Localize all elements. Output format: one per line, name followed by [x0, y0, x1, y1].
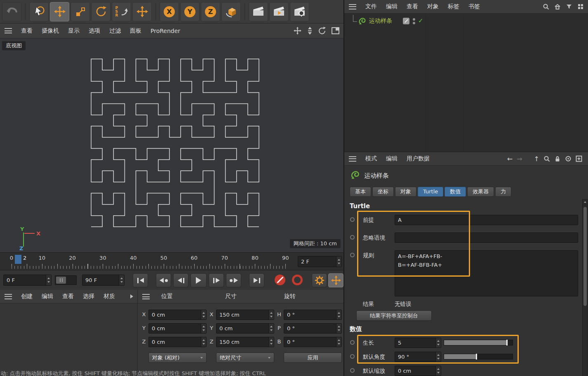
attr-menu-edit[interactable]: 编辑	[381, 155, 402, 162]
keyframe-circle-icon[interactable]	[350, 368, 355, 373]
tab-coordinates[interactable]: 坐标	[372, 187, 394, 197]
attr-menu-mode[interactable]: 模式	[361, 155, 381, 162]
edit-toggle-icon[interactable]	[403, 18, 409, 24]
result-to-console-button[interactable]: 结果字符串至控制台	[356, 310, 432, 321]
current-frame-marker[interactable]	[15, 255, 21, 264]
size-x-input[interactable]: 150 cm	[216, 310, 274, 320]
menu-select[interactable]: 选择	[78, 293, 99, 300]
keyframe-settings-button[interactable]	[312, 273, 327, 287]
render-view-button[interactable]	[249, 2, 268, 21]
default-scale-input[interactable]: 0 cm	[395, 366, 441, 376]
keyframe-circle-icon[interactable]	[350, 253, 355, 257]
om-menu-bookmarks[interactable]: 书签	[464, 3, 485, 10]
psr-tool-button[interactable]: PSR	[112, 2, 131, 21]
coordinate-mode-dropdown[interactable]: 对象 (相对)	[148, 352, 207, 363]
coordinate-system-button[interactable]	[221, 2, 241, 21]
scrollbar-thumb[interactable]	[583, 207, 587, 306]
goto-end-button[interactable]	[249, 273, 264, 287]
default-angle-slider[interactable]	[444, 354, 513, 360]
scale-spinner-icon[interactable]	[435, 366, 441, 376]
menu-overflow-icon[interactable]	[130, 294, 133, 298]
pos-x-input[interactable]: 0 cm	[148, 310, 207, 320]
size-y-input[interactable]: 0 cm	[216, 323, 274, 334]
search-icon[interactable]	[543, 155, 550, 162]
object-manager-hamburger-icon[interactable]	[349, 4, 356, 9]
viewport-menu-prorender[interactable]: ProRender	[146, 28, 185, 34]
menu-view[interactable]: 查看	[58, 293, 78, 300]
object-row[interactable]: 运动样条 ✓	[344, 16, 588, 27]
menu-material[interactable]: 材质	[99, 293, 120, 300]
growth-spinner-icon[interactable]	[435, 338, 441, 348]
materials-menu-hamburger-icon[interactable]	[5, 294, 12, 299]
timeline-zoom-slider[interactable]	[55, 275, 77, 285]
add-panel-icon[interactable]	[576, 155, 582, 162]
growth-input[interactable]: 5	[395, 338, 441, 348]
search-icon[interactable]	[543, 3, 549, 10]
home-icon[interactable]	[554, 3, 561, 10]
pos-y-input[interactable]: 0 cm	[148, 323, 207, 334]
tab-turtle[interactable]: Turtle	[418, 187, 443, 197]
filter-funnel-icon[interactable]	[566, 3, 572, 10]
render-settings-button[interactable]	[290, 2, 309, 21]
layout-grid-icon[interactable]	[577, 3, 584, 10]
previous-frame-button[interactable]	[173, 273, 188, 287]
rules-textarea[interactable]: A=-BF+AFA+FB- B=+AF-BFB-FA+	[395, 250, 578, 296]
viewport[interactable]: Y X Z 底视图 网格间距 : 10 cm	[0, 38, 343, 252]
autokey-button[interactable]	[292, 275, 303, 285]
premise-input[interactable]: A	[395, 215, 578, 225]
keyframe-circle-icon[interactable]	[350, 340, 355, 345]
apply-button[interactable]: 应用	[284, 352, 342, 363]
tab-basic[interactable]: 基本	[350, 187, 371, 197]
undo-button[interactable]	[2, 2, 21, 21]
next-frame-button[interactable]	[209, 273, 224, 287]
previous-key-button[interactable]	[156, 273, 171, 287]
tab-values[interactable]: 数值	[445, 187, 466, 197]
axis-lock-z-button[interactable]: Z	[201, 2, 220, 21]
next-key-button[interactable]	[226, 273, 241, 287]
tab-effectors[interactable]: 效果器	[467, 187, 494, 197]
om-menu-edit[interactable]: 编辑	[381, 3, 402, 10]
forward-arrow-icon[interactable]: →	[517, 155, 522, 163]
move-tool-button[interactable]	[50, 2, 69, 21]
back-arrow-icon[interactable]: ←	[507, 155, 513, 163]
zoom-slider-handle[interactable]	[56, 277, 66, 284]
range-end-spinner-icon[interactable]	[119, 275, 124, 285]
focus-target-icon[interactable]	[565, 155, 572, 162]
timeline-ruler[interactable]: 0102030405060708090 2 2 F	[0, 252, 343, 270]
viewport-menu-filter[interactable]: 过滤	[105, 27, 125, 35]
viewport-menu-options[interactable]: 选项	[84, 27, 105, 35]
rotate-tool-button[interactable]	[91, 2, 111, 21]
viewport-menu-hamburger-icon[interactable]	[5, 28, 12, 33]
viewport-rotate-icon[interactable]	[318, 27, 326, 35]
rot-h-input[interactable]: 0 °	[284, 310, 342, 320]
axis-lock-y-button[interactable]: Y	[180, 2, 200, 21]
ignore-context-input[interactable]	[395, 233, 578, 243]
om-menu-tags[interactable]: 标签	[443, 3, 464, 10]
om-menu-file[interactable]: 文件	[361, 3, 381, 10]
object-name[interactable]: 运动样条	[369, 17, 392, 25]
default-angle-input[interactable]: 90 °	[395, 352, 441, 362]
keyframe-circle-icon[interactable]	[350, 235, 355, 240]
viewport-layout-toggle-icon[interactable]	[332, 27, 339, 34]
animation-move-mode-button[interactable]	[328, 273, 343, 287]
attribute-hamburger-icon[interactable]	[349, 156, 356, 162]
current-frame-input[interactable]: 2 F	[298, 256, 342, 267]
size-z-input[interactable]: 150 cm	[216, 337, 274, 347]
live-selection-button[interactable]	[29, 2, 49, 21]
viewport-zoom-icon[interactable]	[307, 27, 313, 35]
viewport-pan-icon[interactable]	[294, 27, 301, 35]
attr-menu-userdata[interactable]: 用户数据	[402, 155, 434, 162]
coordinates-menu-hamburger-icon[interactable]	[142, 294, 150, 299]
viewport-menu-view[interactable]: 查看	[16, 27, 37, 35]
viewport-menu-panel[interactable]: 面板	[125, 27, 146, 35]
angle-spinner-icon[interactable]	[435, 352, 441, 362]
tab-forces[interactable]: 力	[495, 187, 511, 197]
rot-p-input[interactable]: 0 °	[284, 323, 342, 334]
range-start-spinner-icon[interactable]	[46, 275, 51, 285]
render-picture-viewer-button[interactable]	[269, 2, 289, 21]
rot-b-input[interactable]: 0 °	[284, 337, 342, 347]
keyframe-circle-icon[interactable]	[350, 217, 355, 222]
scrollbar-up-icon[interactable]	[584, 201, 586, 203]
om-menu-object[interactable]: 对象	[423, 3, 443, 10]
goto-start-button[interactable]	[133, 273, 148, 287]
